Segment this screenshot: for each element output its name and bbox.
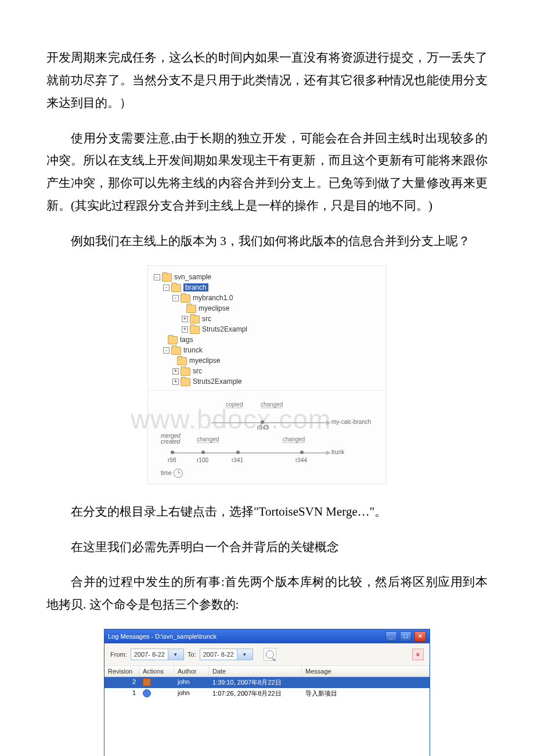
tree-branch: -branch xyxy=(154,282,380,293)
search-icon xyxy=(266,650,274,658)
label-copied: copied xyxy=(226,401,243,408)
tree-tags: tags xyxy=(154,334,380,345)
tree-struts: +Struts2Exampl xyxy=(154,324,380,334)
col-revision[interactable]: Revision xyxy=(104,666,139,676)
label-r98: r98 xyxy=(168,457,176,463)
log-row[interactable]: 1 john 1:07:26, 2007年8月22日 导入新项目 xyxy=(104,688,430,699)
to-date-input[interactable]: 2007- 8-22▾ xyxy=(200,649,253,660)
search-button[interactable] xyxy=(264,648,276,661)
paragraph-6: 合并的过程中发生的所有事:首先两个版本库树的比较，然后将区别应用到本地拷贝. 这… xyxy=(46,571,488,616)
clock-icon xyxy=(174,469,183,478)
col-date[interactable]: Date xyxy=(209,666,302,676)
label-r100: r100 xyxy=(197,457,208,463)
label-r344: r344 xyxy=(295,457,307,463)
tree-myeclipse-2: myeclipse xyxy=(154,355,380,366)
tree-myeclipse: myeclipse xyxy=(154,303,380,314)
paragraph-4: 在分支的根目录上右键点击，选择"TortoiseSVN Merge…"。 xyxy=(46,501,488,523)
chevron-down-icon[interactable]: ▾ xyxy=(237,649,252,660)
label-changed-3: changed xyxy=(283,436,305,443)
from-date-input[interactable]: 2007- 8-22▾ xyxy=(131,649,184,660)
label-changed-1: changed xyxy=(261,401,283,408)
tree-struts-2: +Struts2Example xyxy=(154,376,380,387)
label-created: created xyxy=(161,438,180,445)
log-window: Log Messages - D:\svn_sample\trunck _ □ … xyxy=(104,629,430,756)
to-label: To: xyxy=(187,651,196,658)
dot-r343 xyxy=(261,420,264,424)
maximize-button[interactable]: □ xyxy=(400,631,412,642)
clear-button[interactable]: × xyxy=(412,649,424,660)
close-button[interactable]: × xyxy=(414,631,426,642)
trunk-label: trunk xyxy=(331,449,344,455)
col-message[interactable]: Message xyxy=(302,666,430,676)
svn-tree-figure: -svn_sample -branch -mybranch1.0 myeclip… xyxy=(46,265,488,484)
from-label: From: xyxy=(110,651,127,658)
action-icon xyxy=(143,678,151,686)
paragraph-1: 开发周期来完成任务，这么长的时间内如果一直没有将资源进行提交，万一丢失了就前功尽… xyxy=(46,46,488,114)
window-title: Log Messages - D:\svn_sample\trunck xyxy=(108,633,217,640)
toolbar: From: 2007- 8-22▾ To: 2007- 8-22▾ × xyxy=(104,643,430,666)
window-titlebar: Log Messages - D:\svn_sample\trunck _ □ … xyxy=(104,629,430,643)
log-window-figure: Log Messages - D:\svn_sample\trunck _ □ … xyxy=(46,629,488,756)
trunk-arrow xyxy=(171,452,327,453)
log-grid-header: Revision Actions Author Date Message xyxy=(104,666,430,677)
label-changed-2: changed xyxy=(197,436,219,443)
log-grid-body: 2 john 1:39:10, 2007年8月22日 1 john 1:07:2… xyxy=(104,677,430,756)
log-row-selected[interactable]: 2 john 1:39:10, 2007年8月22日 xyxy=(104,677,430,688)
col-actions[interactable]: Actions xyxy=(139,666,174,676)
dot-r341 xyxy=(236,451,240,454)
dot-r98 xyxy=(171,451,174,454)
dot-r344 xyxy=(300,451,304,454)
tree-root: -svn_sample xyxy=(154,272,380,282)
tree-src: +src xyxy=(154,314,380,324)
paragraph-2: 使用分支需要注意,由于长期的独立开发，可能会在合并回主线时出现较多的冲突。所以在… xyxy=(46,127,488,217)
minimize-button[interactable]: _ xyxy=(385,631,397,642)
branch-label: my-calc-branch xyxy=(331,419,371,425)
tree-mybranch: -mybranch1.0 xyxy=(154,293,380,303)
paragraph-5: 在这里我们必需先弄明白一个合并背后的关键概念 xyxy=(46,536,488,559)
paragraph-3: 例如我们在主线上的版本为 3，我们如何将此版本的信息合并到分支上呢？ xyxy=(46,230,488,253)
label-r343: r343 xyxy=(257,424,269,431)
tree-trunck: -trunck xyxy=(154,345,380,355)
tree-src-2: +src xyxy=(154,366,380,376)
time-label: time xyxy=(161,469,183,478)
action-icon xyxy=(143,689,151,697)
col-author[interactable]: Author xyxy=(174,666,209,676)
dot-r100 xyxy=(201,451,205,454)
branch-arrow xyxy=(211,422,327,423)
chevron-down-icon[interactable]: ▾ xyxy=(168,649,183,660)
label-r341: r341 xyxy=(232,457,243,463)
